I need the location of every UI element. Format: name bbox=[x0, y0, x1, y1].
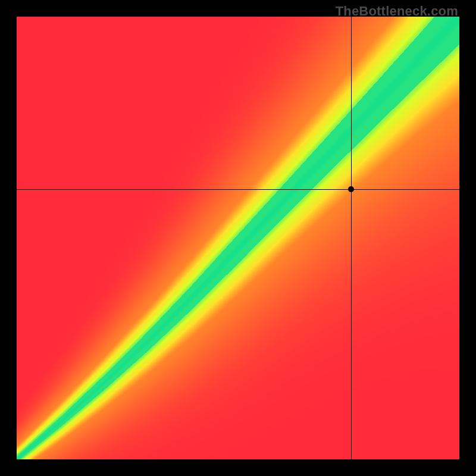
crosshair-vertical bbox=[351, 17, 352, 459]
marker-dot bbox=[348, 186, 354, 192]
heatmap-plot bbox=[17, 17, 459, 459]
heatmap-canvas bbox=[17, 17, 459, 459]
watermark-text: TheBottleneck.com bbox=[336, 4, 458, 19]
chart-container: TheBottleneck.com bbox=[0, 0, 476, 476]
crosshair-horizontal bbox=[17, 189, 459, 190]
